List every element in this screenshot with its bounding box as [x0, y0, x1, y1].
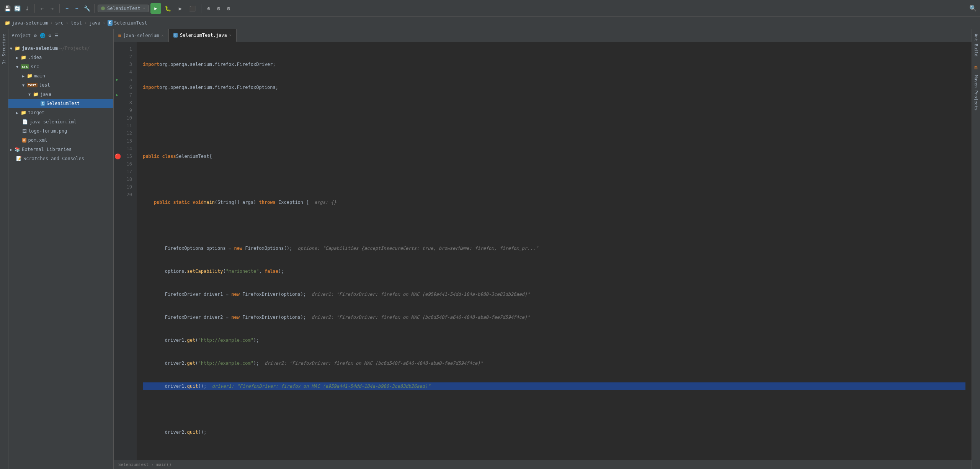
- toolbar-separator-3: [94, 4, 95, 13]
- line-num-8: 8: [114, 99, 137, 107]
- editor-breadcrumb: SeleniumTest › main(): [114, 460, 972, 469]
- maven-button[interactable]: m: [974, 64, 977, 71]
- tree-arrow-src: [16, 65, 18, 69]
- build-icon[interactable]: 🔧: [83, 4, 91, 13]
- tree-item-root[interactable]: 📁 java-selenium ~/Projects/: [8, 44, 113, 53]
- tree-item-test[interactable]: test test: [8, 80, 113, 90]
- tree-item-src[interactable]: src src: [8, 62, 113, 71]
- editor-breadcrumb-text: SeleniumTest › main(): [118, 462, 172, 467]
- project-config-icon[interactable]: ⚙: [49, 33, 51, 38]
- tree-label-iml: java-selenium.iml: [29, 119, 77, 125]
- tree-item-pom[interactable]: m pom.xml: [8, 136, 113, 145]
- tree-arrow-test: [22, 83, 24, 87]
- tree-item-seleniumtest[interactable]: C SeleniumTest: [8, 99, 113, 108]
- tree-item-scratches[interactable]: 📝 Scratches and Consoles: [8, 154, 113, 163]
- breadcrumb: 📁 java-selenium › src › test › java › C …: [0, 17, 980, 29]
- project-settings-icon[interactable]: ⚙: [34, 33, 37, 38]
- code-line-7: public static void main(String[] args) t…: [143, 198, 965, 206]
- breadcrumb-sep-4: ›: [103, 20, 105, 26]
- code-line-3: [143, 107, 965, 114]
- seleniumtest-class-icon: C: [41, 101, 45, 106]
- navigate-forward-button[interactable]: ➡: [73, 4, 81, 13]
- structure-panel-button[interactable]: 1: Structure: [2, 32, 7, 66]
- ext-libs-icon: 📚: [15, 147, 20, 152]
- breadcrumb-java[interactable]: java: [89, 20, 100, 26]
- code-line-9: FirefoxOptions options = new FirefoxOpti…: [143, 244, 965, 252]
- tree-item-idea[interactable]: 📁 .idea: [8, 53, 113, 62]
- project-folder-icon: 📁: [15, 46, 20, 51]
- tree-item-png[interactable]: 🖼 logo-forum.png: [8, 126, 113, 136]
- code-line-6: [143, 175, 965, 183]
- breadcrumb-java-label: java: [89, 20, 100, 26]
- tab-java-selenium[interactable]: m java-selenium ✕: [114, 29, 169, 42]
- tab-c-icon: C: [173, 33, 178, 38]
- code-content[interactable]: import org.openqa.selenium.firefox.Firef…: [137, 42, 972, 460]
- breadcrumb-project[interactable]: 📁 java-selenium: [5, 20, 48, 26]
- tree-label-target: target: [28, 110, 44, 115]
- run-config-dropdown-icon: ▾: [143, 6, 145, 11]
- tree-arrow-scratches: [10, 157, 14, 161]
- add-config-button[interactable]: ⊕: [204, 4, 213, 13]
- class-icon: C: [108, 20, 113, 26]
- breadcrumb-src[interactable]: src: [55, 20, 64, 26]
- tab-seleniumtest[interactable]: C SeleniumTest.java ✕: [169, 29, 237, 42]
- save-button[interactable]: 💾: [3, 4, 11, 13]
- test-icon: test: [27, 83, 38, 87]
- more-tools-button[interactable]: ⚙: [224, 4, 233, 13]
- code-line-15: driver1.quit(); driver1: "FirefoxDriver:…: [143, 382, 965, 390]
- tab-m-icon: m: [118, 33, 121, 38]
- project-gear-icon[interactable]: ☰: [54, 33, 59, 38]
- breadcrumb-test-label: test: [71, 20, 82, 26]
- java-folder-icon: 📁: [33, 92, 39, 97]
- tree-item-main[interactable]: 📁 main: [8, 71, 113, 80]
- tree-item-java[interactable]: 📁 java: [8, 90, 113, 99]
- code-line-4: [143, 130, 965, 137]
- run-config-label: SeleniumTest: [107, 6, 140, 11]
- navigate-back-button[interactable]: ⬅: [63, 4, 71, 13]
- debug-button[interactable]: 🐛: [163, 3, 173, 14]
- undo-button[interactable]: ←: [38, 4, 46, 13]
- sync-button[interactable]: 🔄: [13, 4, 21, 13]
- breadcrumb-class[interactable]: C SeleniumTest: [108, 20, 147, 26]
- code-line-1: import org.openqa.selenium.firefox.Firef…: [143, 61, 965, 68]
- line-num-10: 10: [114, 114, 137, 122]
- line-num-4: 4: [114, 68, 137, 76]
- tab-close-seleniumtest[interactable]: ✕: [229, 33, 232, 37]
- tab-close-java-selenium[interactable]: ✕: [162, 33, 164, 38]
- sdk-config-button[interactable]: ⚙: [214, 4, 223, 13]
- right-vertical-strip: Ant Build m Maven Projects: [972, 29, 980, 469]
- tree-item-iml[interactable]: 📄 java-selenium.iml: [8, 117, 113, 126]
- vcs-button[interactable]: ⤓: [23, 4, 31, 13]
- line-num-1: 1: [114, 45, 137, 53]
- redo-button[interactable]: →: [48, 4, 56, 13]
- code-editor[interactable]: 1 2 3 4 ▶5 6 ▶7 8 9 10 11 12 13 14 🔴15 1…: [114, 42, 972, 460]
- toolbar-separator-1: [34, 4, 35, 13]
- code-line-10: options.setCapability("marionette", fals…: [143, 267, 965, 275]
- ant-build-button[interactable]: Ant Build: [973, 32, 978, 58]
- line-num-17: 17: [114, 168, 137, 175]
- tree-label-root: java-selenium: [22, 46, 58, 51]
- left-vertical-strip: 1: Structure: [0, 29, 8, 469]
- project-scope-icon[interactable]: 🌐: [40, 33, 46, 38]
- breadcrumb-test[interactable]: test: [71, 20, 82, 26]
- breadcrumb-src-label: src: [55, 20, 64, 26]
- code-line-14: driver2.get("http://example.com"); drive…: [143, 359, 965, 367]
- stop-button[interactable]: [187, 3, 198, 14]
- toolbar-separator-4: [201, 4, 201, 13]
- code-line-5: public class SeleniumTest {: [143, 153, 965, 160]
- global-search-button[interactable]: 🔍: [969, 5, 977, 12]
- code-line-16: [143, 405, 965, 413]
- coverage-button[interactable]: ▶: [175, 3, 186, 14]
- tree-item-target[interactable]: 📁 target: [8, 108, 113, 117]
- editor-tabs: m java-selenium ✕ C SeleniumTest.java ✕: [114, 29, 972, 42]
- tab-label-seleniumtest: SeleniumTest.java: [180, 33, 227, 38]
- line-num-18: 18: [114, 175, 137, 183]
- tree-arrow-root: [10, 46, 12, 51]
- tree-item-ext-libs[interactable]: 📚 External Libraries: [8, 145, 113, 154]
- scratches-icon: 📝: [16, 156, 22, 161]
- line-num-3: 3: [114, 61, 137, 68]
- line-num-2: 2: [114, 53, 137, 61]
- run-button[interactable]: [150, 3, 161, 14]
- maven-projects-button[interactable]: Maven Projects: [973, 74, 978, 112]
- run-config-selector[interactable]: SeleniumTest ▾: [98, 5, 149, 12]
